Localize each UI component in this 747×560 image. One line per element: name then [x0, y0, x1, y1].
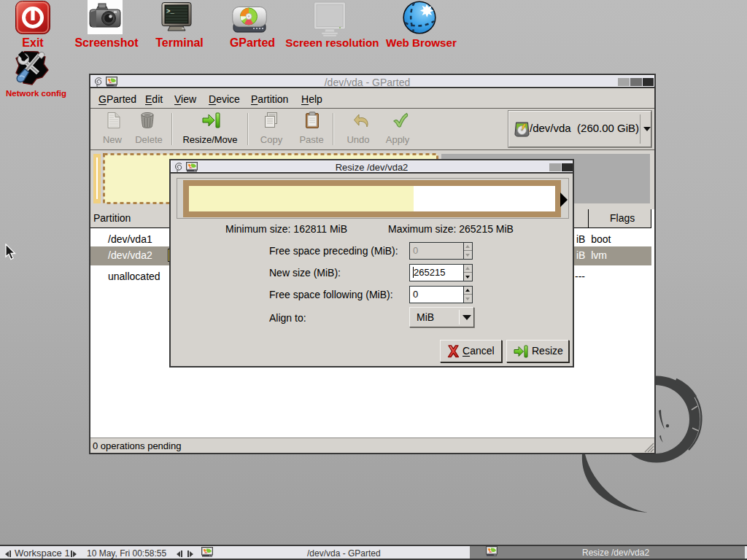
svg-text:>_: >_ — [166, 8, 174, 15]
